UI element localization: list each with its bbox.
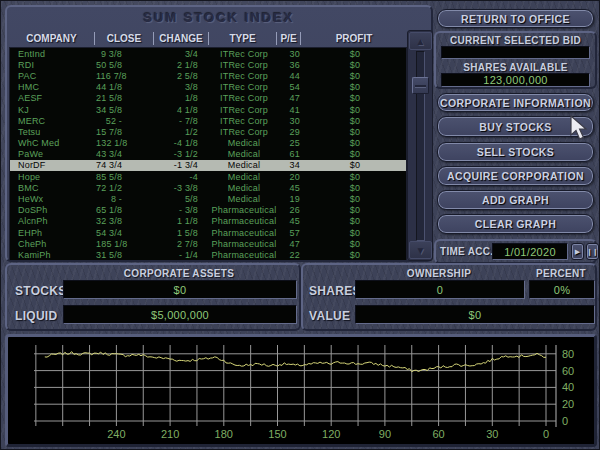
profit-cell: $0 <box>302 116 407 126</box>
table-row[interactable]: KJ34 5/84 1/8ITRec Corp41$0 <box>10 104 406 115</box>
table-row[interactable]: ChePh185 1/82 7/8Pharmaceutical47$0 <box>10 238 406 249</box>
change-cell: -4 <box>155 172 210 182</box>
svg-text:210: 210 <box>161 428 179 440</box>
percent-title: PERCENT <box>527 268 595 279</box>
pe-cell: 34 <box>278 160 302 170</box>
column-header-profit: PROFIT <box>301 32 407 45</box>
play-icon: ▶ <box>575 248 580 256</box>
profit-cell: $0 <box>302 205 407 215</box>
table-row[interactable]: RDI50 5/82 1/8ITRec Corp36$0 <box>10 59 406 70</box>
change-cell: 4 1/8 <box>155 105 210 115</box>
percent-owned-value: 0% <box>554 284 571 296</box>
change-cell: 1 5/8 <box>155 228 210 238</box>
close-cell: 132 1/8 <box>96 138 155 148</box>
up-arrow-icon: ▲ <box>416 36 426 47</box>
scrollbar-thumb[interactable] <box>412 77 429 94</box>
table-row[interactable]: WhC Med132 1/8-4 1/8Medical25$0 <box>10 138 406 149</box>
table-row[interactable]: KamiPh31 5/8- 1/4Pharmaceutical22$0 <box>10 249 406 260</box>
table-row[interactable]: BMC72 1/2-3 3/8Medical45$0 <box>10 182 406 193</box>
time-pause-button[interactable]: ❙❙ <box>586 243 599 260</box>
stock-index-panel: SUM STOCK INDEX COMPANY CLOSE CHANGE TYP… <box>5 5 433 262</box>
stocks-value: $0 <box>174 284 187 296</box>
corporate-information-button[interactable]: CORPORATE INFORMATION <box>437 93 594 112</box>
company-cell: PAC <box>10 71 96 81</box>
stocks-label: STOCKS <box>15 284 67 298</box>
pe-cell: 57 <box>278 228 302 238</box>
table-row[interactable]: AlcnPh32 3/81 1/8Pharmaceutical45$0 <box>10 216 406 227</box>
shares-available-field: 123,000,000 <box>441 73 590 87</box>
table-row[interactable]: MERC52 -- 7/8ITRec Corp30$0 <box>10 115 406 126</box>
shares-owned-field: 0 <box>355 280 525 299</box>
current-selected-bid-field[interactable] <box>441 46 590 59</box>
type-cell: Pharmaceutical <box>210 228 278 238</box>
time-acceleration-group: TIME ACC. 1/01/2020 ▶ ❙❙ <box>434 239 597 264</box>
change-cell: -1 3/4 <box>155 160 210 170</box>
table-header-row: COMPANY CLOSE CHANGE TYPE P/E PROFIT <box>9 30 407 47</box>
down-arrow-icon: ▼ <box>416 245 426 256</box>
corporate-assets-panel: CORPORATE ASSETS STOCKS $0 LIQUID $5,000… <box>5 263 301 331</box>
change-cell: 2 1/8 <box>155 60 210 70</box>
table-row[interactable]: Tetsu15 7/81/2ITRec Corp29$0 <box>10 126 406 137</box>
company-cell: HMC <box>10 82 96 92</box>
ownership-panel: OWNERSHIP PERCENT SHARES 0 0% VALUE $0 <box>301 263 597 331</box>
shares-available-value: 123,000,000 <box>483 74 547 86</box>
scroll-down-button[interactable]: ▼ <box>409 241 432 259</box>
corporate-assets-title: CORPORATE ASSETS <box>63 268 295 279</box>
change-cell: 2 7/8 <box>155 239 210 249</box>
type-cell: ITRec Corp <box>210 105 278 115</box>
type-cell: Medical <box>210 183 278 193</box>
table-row[interactable]: PaWe43 3/4-3 1/2Medical61$0 <box>10 149 406 160</box>
type-cell: Pharmaceutical <box>210 216 278 226</box>
svg-text:180: 180 <box>215 428 233 440</box>
table-scrollbar[interactable]: ▲ ▼ <box>407 30 433 261</box>
close-cell: 32 3/8 <box>96 216 155 226</box>
company-cell: AESF <box>10 93 96 103</box>
table-row[interactable]: NorDF74 3/4-1 3/4Medical34$0 <box>10 160 406 171</box>
time-acc-label: TIME ACC. <box>440 246 493 257</box>
close-cell: 44 1/8 <box>96 82 155 92</box>
company-cell: Tetsu <box>10 127 96 137</box>
type-cell: Pharmaceutical <box>210 239 278 249</box>
pe-cell: 30 <box>278 49 302 59</box>
time-play-button[interactable]: ▶ <box>571 243 584 260</box>
profit-cell: $0 <box>302 172 407 182</box>
pe-cell: 20 <box>278 172 302 182</box>
return-to-office-button[interactable]: RETURN TO OFFICE <box>437 9 594 28</box>
sell-stocks-button[interactable]: SELL STOCKS <box>437 142 594 162</box>
add-graph-button[interactable]: ADD GRAPH <box>437 190 594 210</box>
table-row[interactable]: AESF21 5/81/8ITRec Corp47$0 <box>10 93 406 104</box>
pe-cell: 26 <box>278 205 302 215</box>
svg-text:240: 240 <box>107 428 125 440</box>
change-cell: 3/8 <box>155 82 210 92</box>
change-cell: - 3/8 <box>155 205 210 215</box>
table-row[interactable]: EHPh54 3/41 5/8Pharmaceutical57$0 <box>10 227 406 238</box>
buy-stocks-button[interactable]: BUY STOCKS <box>437 116 594 137</box>
type-cell: Medical <box>210 149 278 159</box>
table-row[interactable]: HeWx8 -5/8Medical19$0 <box>10 193 406 204</box>
table-row[interactable]: Hope85 5/8-4Medical20$0 <box>10 171 406 182</box>
shares-owned-value: 0 <box>437 284 443 296</box>
acquire-corporation-button[interactable]: ACQUIRE CORPORATION <box>437 166 594 186</box>
change-cell: 1 1/8 <box>155 216 210 226</box>
pause-icon: ❙❙ <box>587 248 599 256</box>
table-row[interactable]: DoSPh65 1/8- 3/8Pharmaceutical26$0 <box>10 205 406 216</box>
table-row[interactable]: EntInd9 3/83/4ITRec Corp30$0 <box>10 48 406 59</box>
type-cell: ITRec Corp <box>210 127 278 137</box>
type-cell: Medical <box>210 172 278 182</box>
close-cell: 43 3/4 <box>96 149 155 159</box>
pe-cell: 44 <box>278 71 302 81</box>
svg-text:120: 120 <box>322 428 340 440</box>
percent-owned-field: 0% <box>529 280 595 299</box>
type-cell: ITRec Corp <box>210 49 278 59</box>
profit-cell: $0 <box>302 105 407 115</box>
change-cell: -4 1/8 <box>155 138 210 148</box>
type-cell: Pharmaceutical <box>210 205 278 215</box>
table-row[interactable]: HMC44 1/83/8ITRec Corp54$0 <box>10 82 406 93</box>
scroll-up-button[interactable]: ▲ <box>409 32 432 50</box>
company-cell: HeWx <box>10 194 96 204</box>
svg-text:90: 90 <box>379 428 391 440</box>
table-row[interactable]: PAC116 7/82 5/8ITRec Corp44$0 <box>10 70 406 81</box>
liquid-label: LIQUID <box>15 309 57 323</box>
clear-graph-button[interactable]: CLEAR GRAPH <box>437 214 594 234</box>
holdings-value-field: $0 <box>355 305 595 324</box>
